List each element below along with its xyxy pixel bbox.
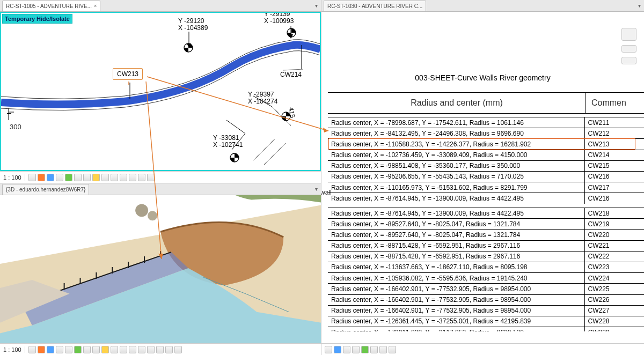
table-row[interactable]: Radius center, X = -89527.640, Y = -8025… (328, 230, 644, 240)
tag-cw214: CW214 (280, 71, 302, 78)
cell-radius-center: Radius center, X = -95206.655, Y = -5543… (328, 171, 584, 182)
nav-tool-icon[interactable] (621, 57, 636, 64)
vc-icon[interactable] (38, 346, 45, 353)
cell-radius-center: Radius center, X = -88715.428, Y = -6592… (328, 251, 584, 262)
vc-icon[interactable] (120, 174, 127, 181)
table-row[interactable]: Radius center, X = -173911.828, Y = -311… (328, 327, 644, 331)
vc-icon[interactable] (92, 174, 100, 181)
vc-icon[interactable] (65, 346, 72, 353)
view-control-bar-bottom: 1 : 100 (0, 343, 321, 355)
vc-icon[interactable] (389, 346, 396, 353)
close-icon[interactable]: × (94, 3, 97, 9)
vc-icon[interactable] (92, 346, 100, 353)
vc-icon[interactable] (28, 346, 36, 353)
cell-radius-center: Radius center, X = -89527.640, Y = -8025… (328, 219, 584, 230)
vc-icon[interactable] (120, 346, 127, 353)
sheet-view[interactable]: 003-SHEET-Curve Walls River geometry Rad… (321, 12, 644, 343)
vc-icon[interactable] (56, 174, 63, 181)
cell-code: CW216 (584, 193, 644, 204)
cell-radius-center: Radius center, X = -113637.663, Y = -186… (328, 262, 584, 272)
table-row[interactable]: Radius center, X = -88715.428, Y = -6592… (328, 251, 644, 262)
cell-radius-center: Radius center, X = -110588.233, Y = -142… (328, 139, 584, 150)
cell-code: CW220 (584, 230, 644, 240)
vc-icon[interactable] (325, 346, 332, 353)
cell-code: CW229 (584, 327, 644, 331)
vc-icon[interactable] (174, 346, 182, 353)
table-row[interactable]: Radius center, X = -98851.408, Y = -3536… (328, 160, 644, 171)
table-row[interactable]: Radius center, X = -89527.640, Y = -8025… (328, 219, 644, 230)
vc-icon[interactable] (28, 174, 36, 181)
tab-label: {3D - eduardo.hernandez8W6R7} (6, 187, 85, 193)
vc-icon[interactable] (101, 174, 109, 181)
vc-icon[interactable] (370, 346, 378, 353)
table-row[interactable]: Radius center, X = -78998.687, Y = -1754… (328, 117, 644, 128)
chevron-down-icon[interactable]: ▾ (315, 3, 318, 9)
vc-icon[interactable] (38, 174, 45, 181)
vc-icon[interactable] (379, 346, 387, 353)
target-icon (286, 27, 297, 38)
vc-icon[interactable] (343, 346, 350, 353)
vc-icon[interactable] (101, 346, 109, 353)
table-body[interactable]: Radius center, X = -78998.687, Y = -1754… (328, 117, 644, 331)
vc-icon[interactable] (147, 174, 155, 181)
vc-icon[interactable] (111, 346, 118, 353)
table-row[interactable]: Radius center, X = -87614.945, Y = -1390… (328, 193, 644, 204)
cell-code: CW212 (584, 128, 644, 139)
table-row[interactable]: Radius center, X = -88715.428, Y = -6592… (328, 240, 644, 251)
cell-code: CW228 (584, 316, 644, 327)
vc-icon[interactable] (47, 174, 54, 181)
cell-code: CW214 (584, 150, 644, 160)
table-row[interactable]: Radius center, X = -102736.459, Y = -330… (328, 150, 644, 160)
vc-icon[interactable] (165, 346, 173, 353)
vc-icon[interactable] (156, 346, 164, 353)
chevron-down-icon[interactable]: ▾ (315, 186, 318, 192)
vc-icon[interactable] (111, 174, 118, 181)
cell-code: CW216 (584, 171, 644, 182)
table-row[interactable]: Radius center, X = -113637.663, Y = -186… (328, 262, 644, 272)
cell-radius-center: Radius center, X = -110165.973, Y = -515… (328, 182, 584, 193)
vc-icon[interactable] (74, 346, 82, 353)
vc-icon[interactable] (56, 346, 63, 353)
nav-tools (621, 28, 636, 64)
table-row[interactable]: Radius center, X = -110588.233, Y = -142… (328, 139, 644, 150)
vc-icon[interactable] (147, 346, 155, 353)
vc-icon[interactable] (83, 174, 91, 181)
view-scale[interactable]: 1 : 100 (3, 346, 25, 353)
vc-icon[interactable] (65, 174, 72, 181)
tag-cw213[interactable]: CW213 (113, 68, 143, 80)
table-row[interactable]: Radius center, X = -87614.945, Y = -1390… (328, 208, 644, 219)
vc-icon[interactable] (129, 174, 136, 181)
cell-radius-center: Radius center, X = -84132.495, Y = -2449… (328, 128, 584, 139)
plan-view[interactable]: Temporary Hide/Isolate Y (0, 12, 321, 171)
tab-bar-bl: {3D - eduardo.hernandez8W6R7} ▾ (0, 183, 321, 195)
nav-tool-icon[interactable] (621, 45, 636, 53)
table-row[interactable]: Radius center, X = -166402.901, Y = -775… (328, 284, 644, 294)
cell-code: CW226 (584, 294, 644, 305)
table-row[interactable]: Radius center, X = -95206.655, Y = -5543… (328, 171, 644, 182)
table-row[interactable]: Radius center, X = -84132.495, Y = -2449… (328, 128, 644, 139)
tab-sheet[interactable]: RC-ST-1030 - ADVENTURE RIVER C... (324, 1, 426, 11)
vc-icon[interactable] (129, 346, 136, 353)
table-row[interactable]: Radius center, X = -126361.445, Y = -372… (328, 316, 644, 327)
vc-icon[interactable] (334, 346, 341, 353)
vc-icon[interactable] (361, 346, 369, 353)
cell-radius-center: Radius center, X = -166402.901, Y = -775… (328, 305, 584, 316)
table-row[interactable]: Radius center, X = -105936.082, Y = -559… (328, 273, 644, 284)
vc-icon[interactable] (138, 346, 145, 353)
vc-icon[interactable] (138, 174, 145, 181)
vc-icon[interactable] (83, 346, 91, 353)
table-row[interactable]: Radius center, X = -166402.901, Y = -775… (328, 305, 644, 316)
tab-3d[interactable]: {3D - eduardo.hernandez8W6R7} (2, 184, 89, 195)
table-row[interactable]: Radius center, X = -166402.901, Y = -775… (328, 294, 644, 305)
nav-cube-icon[interactable] (621, 28, 636, 41)
vc-icon[interactable] (74, 174, 82, 181)
3d-view[interactable] (0, 195, 321, 343)
view-scale[interactable]: 1 : 100 (3, 174, 25, 181)
chevron-down-icon[interactable]: ▾ (638, 3, 641, 9)
svg-line-8 (283, 69, 303, 70)
table-row[interactable]: Radius center, X = -110165.973, Y = -515… (328, 182, 644, 193)
table-header: Radius and center (mm) Commen (328, 92, 644, 114)
vc-icon[interactable] (352, 346, 360, 353)
tab-plan[interactable]: RC-ST-1005 - ADVENTURE RIVE... × (2, 1, 100, 11)
vc-icon[interactable] (47, 346, 54, 353)
